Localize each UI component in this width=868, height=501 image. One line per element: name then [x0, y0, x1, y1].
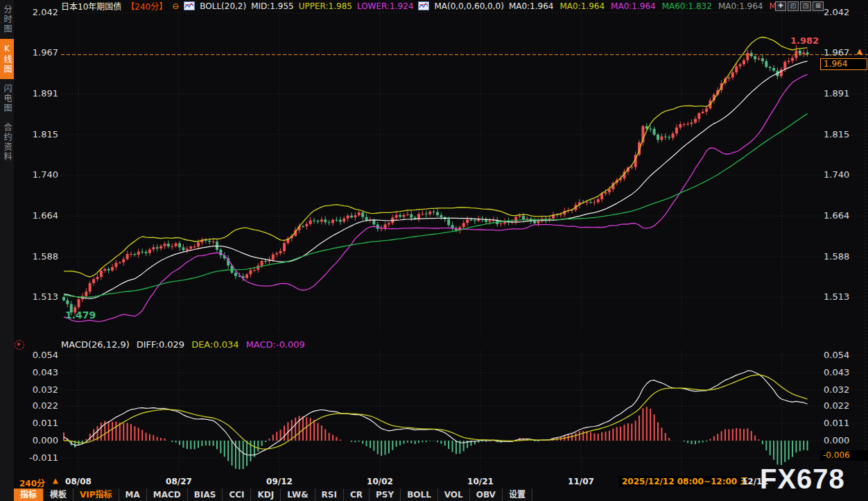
date-tick-label: 09/12 — [259, 477, 300, 486]
date-tick-label: 10/02 — [359, 477, 401, 486]
ma-values: MA0:1.964MA0:1.964MA0:1.964MA60:1.832MA0… — [509, 1, 782, 11]
boll-upper-line — [64, 37, 808, 278]
toolbar-item-MA[interactable]: MA — [119, 489, 147, 501]
boll-lower-value: LOWER:1.924 — [357, 1, 414, 11]
y-axis-label-right: 1.967 — [824, 47, 849, 58]
toolbar-item-设置[interactable]: 设置 — [503, 489, 532, 501]
y-axis-label-left: 1.513 — [18, 291, 58, 302]
y-axis-label-left: 1.815 — [18, 129, 58, 139]
toolbar-item-MACD[interactable]: MACD — [147, 489, 188, 501]
boll-mid-line — [64, 61, 808, 298]
toolbar-item-KDJ[interactable]: KDJ — [251, 489, 281, 501]
price-up-arrow-icon: ▲ — [857, 47, 862, 55]
y-axis-label-right: 0.022 — [824, 400, 849, 411]
y-axis-label-left: 0.022 — [18, 400, 58, 411]
window-buttons: ✚◰◳⊞ — [775, 1, 824, 11]
sidebar-tab-1[interactable]: K线图 — [0, 39, 14, 79]
y-axis-label-right: 0.032 — [824, 384, 849, 395]
toolbar-item-BIAS[interactable]: BIAS — [188, 489, 223, 501]
sidebar-tab-0[interactable]: 分时图 — [0, 0, 14, 39]
toolbar-item-CR[interactable]: CR — [344, 489, 370, 501]
high-price-annotation: 1.982 — [790, 35, 819, 46]
y-axis-label-right: 2.042 — [824, 7, 849, 17]
zoom-axis-right-icon[interactable]: ◳ — [800, 1, 811, 11]
collapse-indicator-icon[interactable]: ⊖ — [172, 1, 179, 11]
symbol-title: 日本10年期国债 — [61, 0, 121, 12]
toolbar-item-PSY[interactable]: PSY — [370, 489, 401, 501]
y-axis-label-left: 1.967 — [18, 47, 58, 58]
grid-lines — [61, 11, 865, 476]
boll-label: BOLL(20,2) — [200, 1, 246, 11]
y-axis-label-right: 0.000 — [824, 435, 849, 445]
toolbar-item-指标[interactable]: 指标 — [14, 489, 44, 501]
toolbar-item-VIP指标[interactable]: VIP指标 — [73, 489, 119, 501]
date-tick-label: 10/21 — [460, 477, 501, 486]
period-badge: 【240分】 — [126, 0, 167, 12]
toolbar-item-BOLL[interactable]: BOLL — [401, 489, 438, 501]
toolbar-item-VOL[interactable]: VOL — [438, 489, 470, 501]
sidebar-tab-3[interactable]: 合约资料 — [0, 118, 14, 167]
y-axis-label-right: 1.588 — [824, 251, 849, 262]
y-axis-label-right: 0.011 — [824, 418, 849, 428]
y-axis-label-right: 1.815 — [824, 129, 849, 139]
y-axis-label-left: 1.740 — [18, 169, 58, 180]
kline-chart-canvas[interactable] — [0, 0, 868, 501]
date-tick-label: 08/27 — [158, 477, 200, 486]
ma-value-0: MA0:1.964 — [509, 1, 554, 11]
window-popout-icon[interactable]: ⊞ — [813, 1, 824, 11]
zoom-axis-left-icon[interactable]: ◰ — [788, 1, 799, 11]
toolbar-item-OBV[interactable]: OBV — [470, 489, 503, 501]
ma-chart-icon — [418, 1, 429, 10]
y-axis-label-left: 1.891 — [18, 88, 58, 99]
toolbar-item-LW&[interactable]: LW& — [281, 489, 315, 501]
ma-value-2: MA0:1.964 — [611, 1, 656, 11]
y-axis-label-left: 0.032 — [18, 384, 58, 395]
y-axis-label-left: 2.042 — [18, 7, 58, 17]
y-axis-label-left: -0.011 — [18, 452, 58, 463]
toolbar-item-CCI[interactable]: CCI — [223, 489, 251, 501]
boll-lower-line — [64, 74, 808, 321]
y-axis-label-left: 1.588 — [18, 251, 58, 262]
macd-diff-value: DIFF:0.029 — [137, 339, 184, 350]
macd-dea-line — [64, 375, 808, 449]
watermark: FX678 — [760, 464, 845, 495]
indicator-toolbar: 指标模板VIP指标MAMACDBIASCCIKDJLW&RSICRPSYBOLL… — [14, 489, 532, 501]
session-time-label: 2025/12/12 08:00~12:00 五 — [619, 476, 751, 487]
macd-target-icon[interactable] — [15, 340, 24, 350]
toolbar-item-RSI[interactable]: RSI — [315, 489, 344, 501]
move-crosshair-icon[interactable]: ✚ — [775, 1, 786, 11]
boll-upper-value: UPPER:1.985 — [299, 1, 352, 11]
y-axis-label-right: 1.664 — [824, 210, 849, 221]
y-axis-label-left: 0.054 — [18, 350, 58, 360]
macd-dea-value: DEA:0.034 — [191, 339, 239, 350]
y-axis-label-right: 0.054 — [824, 350, 849, 360]
ma-value-4: MA0:1.964 — [718, 1, 763, 11]
candlesticks — [62, 45, 809, 316]
macd-histogram — [64, 407, 808, 469]
toolbar-item-模板[interactable]: 模板 — [44, 489, 73, 501]
ma-value-3: MA60:1.832 — [662, 1, 712, 11]
ma60-line — [64, 114, 808, 297]
y-axis-label-left: 0.000 — [18, 435, 58, 445]
macd-header: MACD(26,12,9) DIFF:0.029 DEA:0.034 MACD:… — [61, 339, 305, 350]
low-price-annotation: 1.479 — [65, 309, 96, 321]
y-axis-label-left: 1.664 — [18, 210, 58, 221]
macd-hist-value: MACD:-0.009 — [246, 339, 305, 350]
macd-label: MACD(26,12,9) — [61, 339, 130, 350]
period-selector[interactable]: 240分 — [19, 477, 45, 489]
y-axis-label-left: 0.011 — [18, 418, 58, 428]
date-tick-label: 08/08 — [58, 477, 99, 486]
ma-label: MA(0,0,0,60,0,0) — [434, 1, 503, 11]
boll-chart-icon — [184, 1, 195, 10]
y-axis-label-right: 0.043 — [824, 367, 849, 377]
date-tick-label: 11/07 — [560, 477, 602, 486]
chart-header: 日本10年期国债 【240分】 ⊖ BOLL(20,2) MID:1.955 U… — [61, 1, 782, 11]
left-sidebar: 分时图K线图闪电图合约资料 — [0, 0, 14, 501]
ma-value-1: MA0:1.964 — [559, 1, 605, 11]
sidebar-tab-2[interactable]: 闪电图 — [0, 79, 14, 118]
macd-current-value-tag: -0.006 — [820, 450, 868, 461]
last-price-tag: 1.964 — [820, 58, 867, 70]
y-axis-label-right: 1.740 — [824, 169, 849, 180]
time-axis: 240分 ▲ 2025/12/12 08:00~12:00 五 12/12 08… — [0, 476, 868, 489]
y-axis-label-left: 0.043 — [18, 367, 58, 377]
